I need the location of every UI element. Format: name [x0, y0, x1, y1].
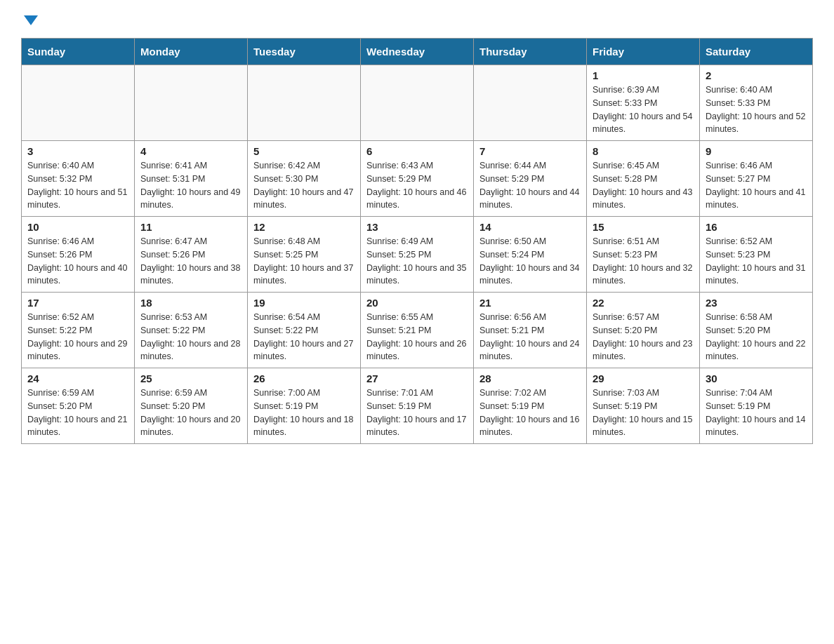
- calendar-cell: 27Sunrise: 7:01 AMSunset: 5:19 PMDayligh…: [361, 368, 474, 444]
- calendar-cell: 6Sunrise: 6:43 AMSunset: 5:29 PMDaylight…: [361, 141, 474, 217]
- calendar-cell: 28Sunrise: 7:02 AMSunset: 5:19 PMDayligh…: [474, 368, 587, 444]
- weekday-header-monday: Monday: [135, 39, 248, 65]
- day-number: 6: [366, 145, 468, 157]
- day-info: Sunrise: 6:42 AMSunset: 5:30 PMDaylight:…: [253, 159, 355, 212]
- day-info: Sunrise: 6:40 AMSunset: 5:33 PMDaylight:…: [706, 83, 807, 136]
- day-info: Sunrise: 6:41 AMSunset: 5:31 PMDaylight:…: [140, 159, 241, 212]
- day-info: Sunrise: 7:04 AMSunset: 5:19 PMDaylight:…: [706, 387, 807, 439]
- day-info: Sunrise: 6:52 AMSunset: 5:23 PMDaylight:…: [706, 235, 807, 288]
- day-number: 5: [253, 145, 355, 157]
- day-number: 2: [706, 69, 807, 81]
- day-info: Sunrise: 6:57 AMSunset: 5:20 PMDaylight:…: [593, 311, 694, 363]
- day-number: 28: [479, 373, 581, 384]
- day-number: 14: [479, 221, 581, 233]
- day-number: 21: [479, 297, 581, 309]
- calendar-cell: 12Sunrise: 6:48 AMSunset: 5:25 PMDayligh…: [248, 217, 361, 293]
- calendar-cell: 5Sunrise: 6:42 AMSunset: 5:30 PMDaylight…: [248, 141, 361, 217]
- day-number: 15: [593, 221, 694, 233]
- day-number: 18: [140, 297, 241, 309]
- calendar-week-row: 1Sunrise: 6:39 AMSunset: 5:33 PMDaylight…: [22, 65, 813, 141]
- day-info: Sunrise: 7:00 AMSunset: 5:19 PMDaylight:…: [253, 387, 355, 439]
- weekday-header-sunday: Sunday: [22, 39, 135, 65]
- day-number: 19: [253, 297, 355, 309]
- calendar-cell: 30Sunrise: 7:04 AMSunset: 5:19 PMDayligh…: [700, 368, 813, 444]
- calendar-cell: [22, 65, 135, 141]
- day-number: 8: [593, 145, 694, 157]
- calendar-week-row: 24Sunrise: 6:59 AMSunset: 5:20 PMDayligh…: [22, 368, 813, 444]
- day-info: Sunrise: 6:56 AMSunset: 5:21 PMDaylight:…: [479, 311, 581, 363]
- day-number: 29: [593, 373, 694, 384]
- day-info: Sunrise: 6:52 AMSunset: 5:22 PMDaylight:…: [27, 311, 128, 363]
- calendar-cell: 24Sunrise: 6:59 AMSunset: 5:20 PMDayligh…: [22, 368, 135, 444]
- day-info: Sunrise: 6:59 AMSunset: 5:20 PMDaylight:…: [27, 387, 128, 439]
- day-info: Sunrise: 6:47 AMSunset: 5:26 PMDaylight:…: [140, 235, 241, 288]
- day-info: Sunrise: 7:03 AMSunset: 5:19 PMDaylight:…: [593, 387, 694, 439]
- calendar-cell: 26Sunrise: 7:00 AMSunset: 5:19 PMDayligh…: [248, 368, 361, 444]
- calendar-cell: 16Sunrise: 6:52 AMSunset: 5:23 PMDayligh…: [700, 217, 813, 293]
- day-info: Sunrise: 6:39 AMSunset: 5:33 PMDaylight:…: [593, 83, 694, 136]
- day-info: Sunrise: 6:40 AMSunset: 5:32 PMDaylight:…: [27, 159, 128, 212]
- day-info: Sunrise: 6:53 AMSunset: 5:22 PMDaylight:…: [140, 311, 241, 363]
- calendar-cell: 17Sunrise: 6:52 AMSunset: 5:22 PMDayligh…: [22, 293, 135, 368]
- calendar-cell: 11Sunrise: 6:47 AMSunset: 5:26 PMDayligh…: [135, 217, 248, 293]
- calendar-cell: 14Sunrise: 6:50 AMSunset: 5:24 PMDayligh…: [474, 217, 587, 293]
- day-number: 17: [27, 297, 128, 309]
- calendar-cell: 8Sunrise: 6:45 AMSunset: 5:28 PMDaylight…: [587, 141, 700, 217]
- calendar-week-row: 3Sunrise: 6:40 AMSunset: 5:32 PMDaylight…: [22, 141, 813, 217]
- day-info: Sunrise: 7:01 AMSunset: 5:19 PMDaylight:…: [366, 387, 468, 439]
- weekday-header-saturday: Saturday: [700, 39, 813, 65]
- calendar-cell: 7Sunrise: 6:44 AMSunset: 5:29 PMDaylight…: [474, 141, 587, 217]
- weekday-header-wednesday: Wednesday: [361, 39, 474, 65]
- day-number: 16: [706, 221, 807, 233]
- calendar-cell: 9Sunrise: 6:46 AMSunset: 5:27 PMDaylight…: [700, 141, 813, 217]
- day-info: Sunrise: 6:45 AMSunset: 5:28 PMDaylight:…: [593, 159, 694, 212]
- day-info: Sunrise: 6:55 AMSunset: 5:21 PMDaylight:…: [366, 311, 468, 363]
- calendar-cell: [474, 65, 587, 141]
- day-info: Sunrise: 6:59 AMSunset: 5:20 PMDaylight:…: [140, 387, 241, 439]
- calendar-cell: 19Sunrise: 6:54 AMSunset: 5:22 PMDayligh…: [248, 293, 361, 368]
- calendar-cell: 10Sunrise: 6:46 AMSunset: 5:26 PMDayligh…: [22, 217, 135, 293]
- calendar-cell: [361, 65, 474, 141]
- day-number: 9: [706, 145, 807, 157]
- logo: [21, 14, 38, 25]
- day-info: Sunrise: 6:46 AMSunset: 5:27 PMDaylight:…: [706, 159, 807, 212]
- calendar-table: SundayMondayTuesdayWednesdayThursdayFrid…: [21, 38, 813, 444]
- calendar-cell: 1Sunrise: 6:39 AMSunset: 5:33 PMDaylight…: [587, 65, 700, 141]
- day-number: 24: [27, 373, 128, 384]
- day-number: 20: [366, 297, 468, 309]
- day-number: 10: [27, 221, 128, 233]
- day-info: Sunrise: 6:49 AMSunset: 5:25 PMDaylight:…: [366, 235, 468, 288]
- calendar-cell: 22Sunrise: 6:57 AMSunset: 5:20 PMDayligh…: [587, 293, 700, 368]
- day-number: 27: [366, 373, 468, 384]
- header: [21, 14, 813, 25]
- day-info: Sunrise: 6:43 AMSunset: 5:29 PMDaylight:…: [366, 159, 468, 212]
- day-info: Sunrise: 6:58 AMSunset: 5:20 PMDaylight:…: [706, 311, 807, 363]
- day-number: 4: [140, 145, 241, 157]
- day-number: 13: [366, 221, 468, 233]
- day-number: 30: [706, 373, 807, 384]
- day-info: Sunrise: 6:51 AMSunset: 5:23 PMDaylight:…: [593, 235, 694, 288]
- day-number: 22: [593, 297, 694, 309]
- calendar-cell: 18Sunrise: 6:53 AMSunset: 5:22 PMDayligh…: [135, 293, 248, 368]
- day-number: 26: [253, 373, 355, 384]
- logo-triangle-icon: [24, 15, 38, 25]
- calendar-week-row: 10Sunrise: 6:46 AMSunset: 5:26 PMDayligh…: [22, 217, 813, 293]
- weekday-header-tuesday: Tuesday: [248, 39, 361, 65]
- calendar-cell: 4Sunrise: 6:41 AMSunset: 5:31 PMDaylight…: [135, 141, 248, 217]
- day-info: Sunrise: 6:44 AMSunset: 5:29 PMDaylight:…: [479, 159, 581, 212]
- day-number: 23: [706, 297, 807, 309]
- calendar-cell: 3Sunrise: 6:40 AMSunset: 5:32 PMDaylight…: [22, 141, 135, 217]
- calendar-cell: 25Sunrise: 6:59 AMSunset: 5:20 PMDayligh…: [135, 368, 248, 444]
- weekday-header-thursday: Thursday: [474, 39, 587, 65]
- day-info: Sunrise: 6:54 AMSunset: 5:22 PMDaylight:…: [253, 311, 355, 363]
- weekday-header-friday: Friday: [587, 39, 700, 65]
- calendar-cell: 2Sunrise: 6:40 AMSunset: 5:33 PMDaylight…: [700, 65, 813, 141]
- day-info: Sunrise: 6:50 AMSunset: 5:24 PMDaylight:…: [479, 235, 581, 288]
- day-number: 3: [27, 145, 128, 157]
- day-number: 11: [140, 221, 241, 233]
- day-info: Sunrise: 6:46 AMSunset: 5:26 PMDaylight:…: [27, 235, 128, 288]
- calendar-cell: 15Sunrise: 6:51 AMSunset: 5:23 PMDayligh…: [587, 217, 700, 293]
- calendar-cell: 21Sunrise: 6:56 AMSunset: 5:21 PMDayligh…: [474, 293, 587, 368]
- calendar-cell: 23Sunrise: 6:58 AMSunset: 5:20 PMDayligh…: [700, 293, 813, 368]
- calendar-cell: 20Sunrise: 6:55 AMSunset: 5:21 PMDayligh…: [361, 293, 474, 368]
